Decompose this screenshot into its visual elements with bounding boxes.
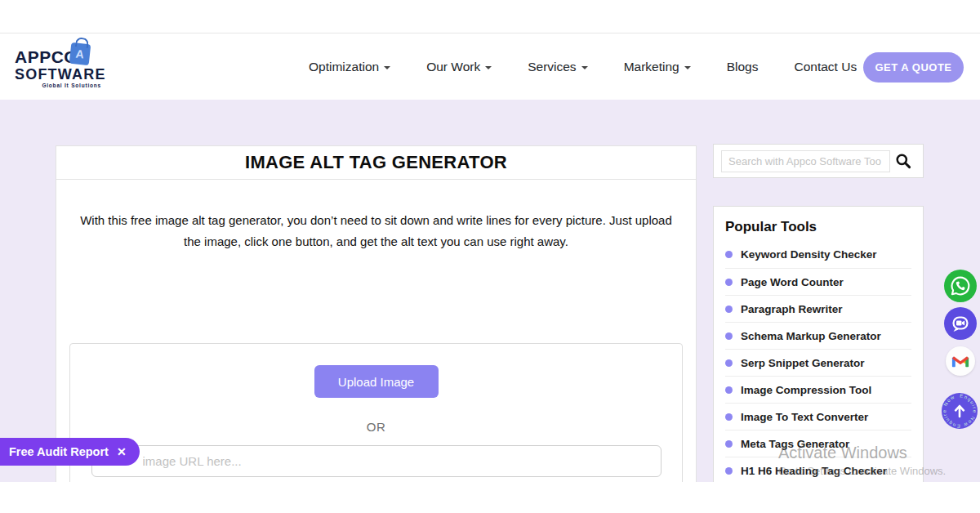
enquire-now-icon: Enquire Now Enquire Now [942,393,978,429]
tool-link-image-to-text-converter[interactable]: Image To Text Converter [725,403,911,430]
bullet-dot-icon [725,306,733,313]
bullet-dot-icon [725,386,733,394]
tool-link-schema-markup-generator[interactable]: Schema Markup Generator [725,322,911,349]
nav-item-optimization[interactable]: Optimization [309,60,390,74]
logo-tagline: Global It Solutions [15,83,105,88]
upload-dropzone[interactable]: Upload Image OR [69,343,683,482]
search-button[interactable] [890,149,916,173]
tool-link-keyword-density-checker[interactable]: Keyword Density Checker [725,241,911,268]
bullet-dot-icon [725,413,733,421]
tool-link-serp-snippet-generator[interactable]: Serp Snippet Generator [725,349,911,376]
or-separator: OR [70,420,682,434]
appco-logo[interactable]: APPCO A SOFTWARE Global It Solutions [15,48,105,88]
tool-link-page-word-counter[interactable]: Page Word Counter [725,268,911,295]
bullet-dot-icon [725,279,733,286]
alt-tag-generator-card: IMAGE ALT TAG GENERATOR With this free i… [56,145,697,482]
free-audit-report-badge[interactable]: Free Audit Report ✕ [0,438,140,466]
hero-section: IMAGE ALT TAG GENERATOR With this free i… [0,100,980,482]
video-chat-button[interactable] [944,307,977,343]
chevron-down-icon [684,66,691,69]
tool-link-paragraph-rewriter[interactable]: Paragraph Rewriter [725,295,911,322]
bullet-dot-icon [725,467,733,475]
video-chat-icon [944,307,977,340]
popular-tools-list: Keyword Density Checker Page Word Counte… [725,241,911,482]
popular-tools-title: Popular Tools [725,219,911,235]
chevron-down-icon [581,66,588,69]
tool-link-meta-tags-generator[interactable]: Meta Tags Generator [725,430,911,457]
enquire-now-scroll-top-button[interactable]: Enquire Now Enquire Now [942,393,978,432]
site-header: APPCO A SOFTWARE Global It Solutions Opt… [0,34,980,100]
chevron-down-icon [485,66,492,69]
nav-item-marketing[interactable]: Marketing [624,60,691,74]
bullet-dot-icon [725,440,733,448]
popular-tools-card: Popular Tools Keyword Density Checker Pa… [713,206,924,482]
whatsapp-icon [944,270,977,302]
nav-item-services[interactable]: Services [528,60,587,74]
nav-item-our-work[interactable]: Our Work [426,60,492,74]
browser-chrome-strip [0,0,980,33]
bullet-dot-icon [725,332,733,340]
tool-description: With this free image alt tag generator, … [76,210,677,252]
bullet-dot-icon [725,251,733,258]
main-nav: Optimization Our Work Services Marketing… [309,34,857,100]
nav-item-blogs[interactable]: Blogs [727,60,759,74]
chevron-down-icon [384,66,390,69]
shopping-bag-icon: A [69,42,91,65]
logo-appco-text: APPCO [15,47,78,66]
tool-link-image-compression-tool[interactable]: Image Compression Tool [725,376,911,403]
nav-item-contact-us[interactable]: Contact Us [794,60,857,74]
gmail-button[interactable] [946,346,975,376]
logo-line1: APPCO A [15,48,105,66]
image-url-input[interactable] [91,445,662,477]
gmail-icon [951,355,969,368]
bullet-dot-icon [725,359,733,367]
search-icon [895,153,911,169]
page: APPCO A SOFTWARE Global It Solutions Opt… [0,0,980,513]
free-audit-report-label: Free Audit Report [9,445,109,458]
get-a-quote-button[interactable]: GET A QUOTE [863,52,964,83]
upload-image-button[interactable]: Upload Image [314,365,439,398]
whatsapp-button[interactable] [944,270,977,306]
close-icon[interactable]: ✕ [117,445,127,458]
search-input[interactable] [721,150,890,172]
bag-letter: A [75,45,86,64]
logo-software-text: SOFTWARE [15,66,105,83]
tool-link-h1-h6-heading-tag-checker[interactable]: H1 H6 Heading Tag Checker [725,457,911,482]
tool-search-card [713,144,924,178]
page-title: IMAGE ALT TAG GENERATOR [56,146,696,180]
